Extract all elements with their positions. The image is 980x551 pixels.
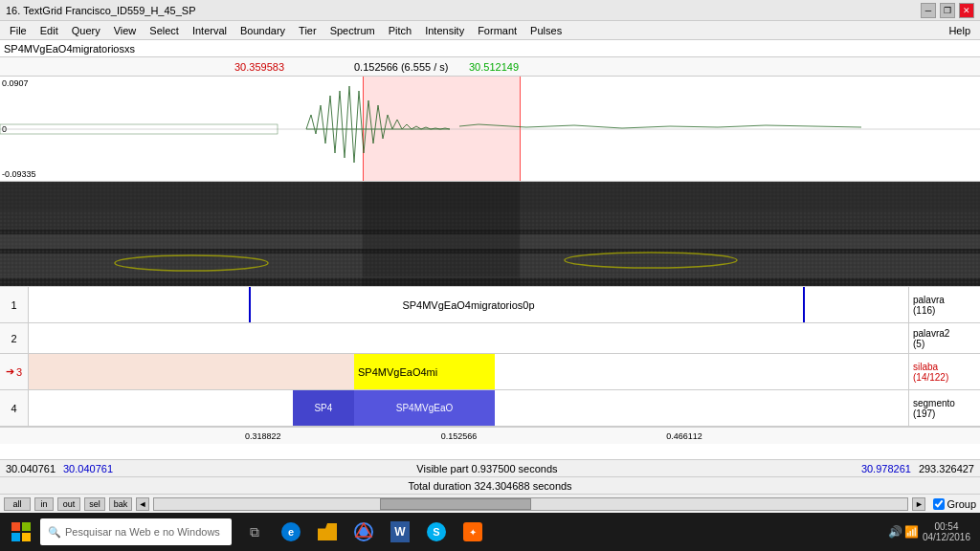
group-checkbox[interactable] bbox=[933, 498, 945, 510]
edge-icon[interactable]: e bbox=[274, 515, 308, 549]
spectrogram-svg bbox=[0, 182, 980, 286]
tier-2-right-text: palavra2(5) bbox=[913, 328, 976, 349]
menu-interval[interactable]: Interval bbox=[187, 24, 233, 37]
tier-1: 1 SP4MVgEaO4migratorios0p palavra(116) bbox=[0, 287, 980, 323]
svg-rect-17 bbox=[22, 522, 31, 531]
tier-3-right-text: silaba(14/122) bbox=[913, 362, 976, 383]
network-icon[interactable]: 📶 bbox=[904, 525, 919, 539]
time-center: 0.152566 (6.555 / s) bbox=[354, 61, 448, 73]
menu-help[interactable]: Help bbox=[943, 24, 976, 37]
timescale-center: 0.152566 bbox=[441, 431, 478, 441]
tier-2-content[interactable] bbox=[29, 323, 908, 354]
status-time-left-blue: 30.040761 bbox=[63, 463, 113, 474]
system-tray: 🔊 📶 00:54 04/12/2016 bbox=[888, 521, 976, 542]
taskbar: 🔍 Pesquisar na Web e no Windows ⧉ e W S … bbox=[0, 513, 980, 551]
volume-icon[interactable]: 🔊 bbox=[888, 525, 902, 539]
tier-4-right-label: segmento(197) bbox=[908, 390, 980, 426]
start-button[interactable] bbox=[4, 515, 38, 549]
status-bar2: Total duration 324.304688 seconds bbox=[0, 476, 980, 494]
tier-1-right-text: palavra(116) bbox=[913, 295, 976, 316]
menu-query[interactable]: Query bbox=[66, 24, 106, 37]
status-visible-part: Visible part 0.937500 seconds bbox=[121, 463, 854, 474]
timescale-bar: 0.318822 0.152566 0.466112 bbox=[0, 427, 980, 444]
svg-rect-19 bbox=[22, 533, 31, 541]
search-icon: 🔍 bbox=[48, 526, 61, 539]
scroll-all-button[interactable]: all bbox=[4, 497, 31, 511]
tier-1-label: SP4MVgEaO4migratorios0p bbox=[402, 299, 534, 311]
menu-file[interactable]: File bbox=[4, 24, 33, 37]
skype-icon[interactable]: S bbox=[419, 515, 454, 549]
scroll-out-button[interactable]: out bbox=[57, 497, 80, 511]
tier-4-sp4-bg: SP4 bbox=[293, 390, 354, 426]
tier-1-number: 1 bbox=[0, 287, 29, 322]
tier-2: 2 palavra2(5) bbox=[0, 323, 980, 354]
tier-3-label: SP4MVgEaO4mi bbox=[354, 354, 495, 389]
filenamebar: SP4MVgEaO4migratoriosxs bbox=[0, 40, 980, 57]
scroll-sel-button[interactable]: sel bbox=[84, 497, 105, 511]
waveform-panel[interactable]: 0.0907 0 -0.09335 bbox=[0, 77, 980, 182]
scroll-bak-button[interactable]: bak bbox=[109, 497, 132, 511]
status-time-right-blue: 30.978261 bbox=[861, 463, 911, 474]
menubar: File Edit Query View Select Interval Bou… bbox=[0, 21, 980, 40]
scroll-right-arrow-button[interactable]: ► bbox=[912, 497, 925, 511]
tier-1-right-boundary bbox=[803, 287, 805, 322]
menu-boundary[interactable]: Boundary bbox=[234, 24, 291, 37]
minimize-button[interactable]: ─ bbox=[921, 3, 936, 18]
time-markers-row: 30.359583 0.152566 (6.555 / s) 30.512149 bbox=[0, 57, 980, 77]
titlebar-controls: ─ ❐ ✕ bbox=[921, 3, 974, 18]
tier-4: 4 SP4 SP4MVgEaO segmento(197) bbox=[0, 390, 980, 427]
tier-1-left-boundary bbox=[249, 287, 251, 322]
menu-spectrum[interactable]: Spectrum bbox=[324, 24, 381, 37]
menu-tier[interactable]: Tier bbox=[293, 24, 323, 37]
search-text: Pesquisar na Web e no Windows bbox=[65, 526, 220, 538]
group-label: Group bbox=[947, 498, 976, 510]
time-right: 30.512149 bbox=[469, 61, 519, 73]
tier-4-number: 4 bbox=[0, 390, 29, 426]
tier-2-right-label: palavra2(5) bbox=[908, 323, 980, 353]
scroll-in-button[interactable]: in bbox=[34, 497, 54, 511]
search-bar[interactable]: 🔍 Pesquisar na Web e no Windows bbox=[40, 518, 232, 545]
tier-2-number: 2 bbox=[0, 323, 29, 353]
waveform-svg bbox=[0, 77, 980, 181]
svg-rect-18 bbox=[11, 533, 20, 541]
scrollbar-thumb[interactable] bbox=[380, 498, 530, 510]
menu-formant[interactable]: Formant bbox=[472, 24, 523, 37]
tier-1-right-label: palavra(116) bbox=[908, 287, 980, 322]
word-icon[interactable]: W bbox=[383, 515, 417, 549]
status-total-duration: Total duration 324.304688 seconds bbox=[408, 480, 571, 492]
menu-view[interactable]: View bbox=[108, 24, 143, 37]
tier-4-sp4mvgeao-bg: SP4MVgEaO bbox=[354, 390, 495, 426]
clock: 00:54 04/12/2016 bbox=[923, 521, 970, 542]
menu-pulses[interactable]: Pulses bbox=[524, 24, 568, 37]
tray-icons: 🔊 📶 bbox=[888, 525, 919, 539]
titlebar: 16. TextGrid Francisco_ID559_H_45_SP ─ ❐… bbox=[0, 0, 980, 21]
scroll-arrow-button[interactable]: ◄ bbox=[136, 497, 149, 511]
explorer-icon[interactable] bbox=[310, 515, 345, 549]
tier-4-label2: SP4MVgEaO bbox=[396, 403, 453, 413]
titlebar-title: 16. TextGrid Francisco_ID559_H_45_SP bbox=[6, 5, 196, 16]
tier-4-content[interactable]: SP4 SP4MVgEaO bbox=[29, 390, 908, 426]
menu-pitch[interactable]: Pitch bbox=[383, 24, 417, 37]
menu-edit[interactable]: Edit bbox=[34, 24, 64, 37]
app-icon-7[interactable]: ✦ bbox=[456, 515, 490, 549]
menu-select[interactable]: Select bbox=[144, 24, 185, 37]
group-checkbox-area: Group bbox=[933, 498, 976, 510]
svg-rect-14 bbox=[363, 182, 520, 286]
taskbar-icons: ⧉ e W S ✦ bbox=[237, 515, 490, 549]
scrollbar-track[interactable] bbox=[153, 497, 908, 511]
tier-4-right-text: segmento(197) bbox=[913, 398, 976, 419]
timescale-right: 0.466112 bbox=[666, 431, 702, 441]
restore-button[interactable]: ❐ bbox=[940, 3, 955, 18]
spectrogram-panel[interactable]: 5000 Hz 0 Hz 100 dB 61.54 dB (μE) 50 dB bbox=[0, 182, 980, 287]
chrome-icon[interactable] bbox=[346, 515, 381, 549]
tier-1-content[interactable]: SP4MVgEaO4migratorios0p bbox=[29, 287, 908, 322]
tier-3: ➔3 SP4MVgEaO4mi silaba(14/122) bbox=[0, 354, 980, 390]
timescale-left: 0.318822 bbox=[245, 431, 281, 441]
clock-date: 04/12/2016 bbox=[923, 532, 970, 542]
menu-intensity[interactable]: Intensity bbox=[419, 24, 470, 37]
status-time-right: 293.326427 bbox=[919, 463, 974, 474]
close-button[interactable]: ✕ bbox=[959, 3, 974, 18]
tier-3-content[interactable]: SP4MVgEaO4mi bbox=[29, 354, 908, 389]
tier-3-left-bg bbox=[29, 354, 354, 389]
taskview-button[interactable]: ⧉ bbox=[237, 515, 272, 549]
